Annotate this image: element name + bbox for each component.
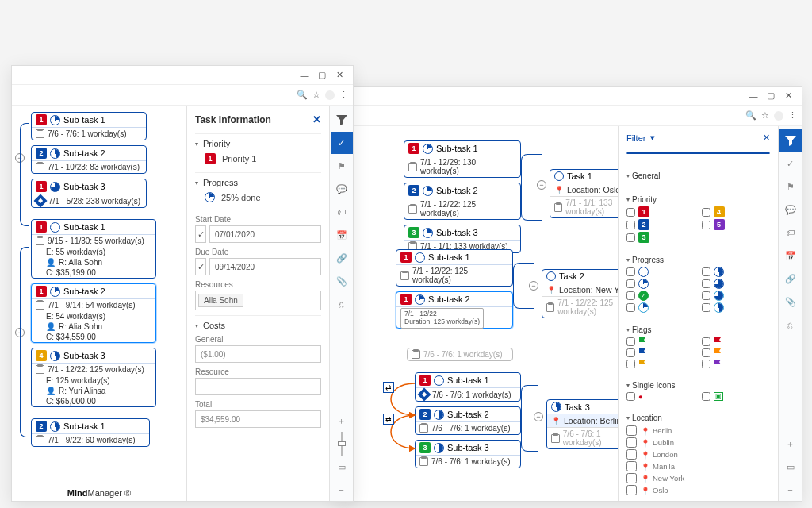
comment-icon[interactable]: 💬 (331, 178, 353, 200)
collapse-toggle[interactable]: − (529, 281, 538, 291)
avatar[interactable] (325, 90, 335, 100)
branch-icon[interactable]: ⎌ (331, 293, 353, 315)
single-icon-filter[interactable]: ▣ (702, 392, 771, 401)
relationship-icon[interactable]: ⇄ (383, 414, 394, 425)
relationship-icon[interactable]: ⇄ (383, 382, 394, 393)
topic-node[interactable]: 3Sub-task 3 7/6 - 7/6: 1 workday(s) (415, 440, 521, 468)
close-button[interactable]: ✕ (779, 89, 797, 103)
close-button[interactable]: ✕ (331, 68, 348, 83)
chevron-down-icon[interactable]: ▾ (650, 133, 655, 143)
topic-node-faded[interactable]: 7/6 - 7/6: 1 workday(s) (407, 348, 513, 361)
collapse-toggle[interactable]: − (534, 412, 543, 421)
flag-filter[interactable] (626, 359, 695, 368)
star-icon[interactable]: ☆ (312, 90, 320, 100)
progress-filter-alt[interactable] (702, 291, 771, 301)
single-icon-filter[interactable]: ● (626, 392, 695, 401)
minimize-button[interactable]: — (296, 68, 313, 83)
topic-node[interactable]: 1Sub-task 1 7/1 - 12/22: 125 workday(s) (396, 249, 513, 287)
maximize-button[interactable]: ▢ (313, 68, 331, 83)
flag-filter[interactable] (702, 337, 771, 346)
star-icon[interactable]: ☆ (761, 110, 769, 121)
filter-icon[interactable] (331, 109, 353, 131)
check-icon[interactable]: ✓ (331, 132, 353, 154)
progress-filter-0[interactable] (626, 267, 695, 277)
flag-icon[interactable]: ⚑ (331, 155, 353, 177)
priority-filter-2[interactable]: 2 (626, 219, 695, 230)
progress-filter-25[interactable] (626, 279, 695, 289)
link-icon[interactable]: 🔗 (331, 247, 353, 269)
progress-filter-50[interactable] (702, 267, 771, 277)
topic-node[interactable]: 2Sub-task 1 7/1 - 9/22: 60 workday(s) (31, 418, 150, 447)
maximize-button[interactable]: ▢ (762, 89, 779, 103)
topic-node[interactable]: 4Sub-task 3 7/1 - 12/22: 125 workday(s) … (31, 348, 156, 407)
flag-icon[interactable]: ⚑ (779, 175, 802, 198)
search-icon[interactable]: 🔍 (745, 110, 756, 121)
close-icon[interactable]: ✕ (312, 114, 321, 125)
calendar-icon[interactable]: 📅 (331, 224, 353, 246)
flag-filter[interactable] (626, 348, 695, 357)
branch-icon[interactable]: ⎌ (779, 314, 802, 336)
fit-button[interactable]: ▭ (331, 456, 353, 478)
location-filter-item[interactable]: 📍New York (626, 472, 770, 484)
comment-icon[interactable]: 💬 (779, 198, 802, 221)
group-general[interactable]: General (626, 171, 770, 180)
topic-node[interactable]: 1Sub-task 1 7/6 - 7/6: 1 workday(s) (31, 112, 147, 140)
section-priority[interactable]: Priority (195, 139, 321, 148)
topic-node[interactable]: 2Sub-task 2 7/1 - 10/23: 83 workday(s) (31, 145, 147, 174)
calendar-icon[interactable]: 📅 (779, 244, 802, 267)
zoom-out-button[interactable]: − (331, 479, 353, 501)
search-icon[interactable]: 🔍 (297, 90, 308, 100)
zoom-in-button[interactable]: ＋ (331, 410, 353, 432)
due-date-input[interactable] (209, 258, 321, 275)
cost-resource-input[interactable] (195, 378, 321, 395)
location-filter-item[interactable]: 📍Oslo (626, 484, 770, 496)
topic-node-selected[interactable]: 1Sub-task 2 7/1 - 9/14: 54 workday(s) E:… (31, 283, 156, 343)
zoom-slider[interactable] (331, 433, 353, 455)
section-costs[interactable]: Costs (195, 321, 321, 330)
minimize-button[interactable]: — (745, 89, 762, 103)
filter-icon[interactable] (779, 129, 802, 152)
progress-filter-75[interactable] (702, 279, 771, 289)
filter-show-button[interactable]: Show (627, 153, 675, 154)
zoom-in-button[interactable]: ＋ (779, 433, 802, 455)
flag-filter[interactable] (702, 348, 771, 357)
start-date-input[interactable] (209, 225, 321, 243)
link-icon[interactable]: 🔗 (779, 267, 802, 290)
location-filter-item[interactable]: 📍Manila (626, 460, 770, 472)
check-icon[interactable]: ✓ (779, 152, 802, 175)
topic-node[interactable]: 1Sub-task 3 ◆7/1 - 5/28: 238 workday(s) (31, 179, 147, 208)
progress-filter-alt2[interactable] (626, 302, 695, 313)
location-filter-item[interactable]: 📍London (626, 448, 770, 460)
location-filter-item[interactable]: 📍Berlin (626, 425, 770, 437)
close-icon[interactable]: ✕ (763, 133, 770, 143)
attach-icon[interactable]: 📎 (779, 291, 802, 313)
flag-filter[interactable] (702, 359, 771, 368)
topic-node[interactable]: 1Sub-task 1 9/15 - 11/30: 55 workday(s) … (31, 219, 156, 279)
more-icon[interactable]: ⋮ (788, 110, 797, 121)
topic-node[interactable]: 1Sub-task 1 7/1 - 12/29: 130 workday(s) (404, 140, 521, 178)
priority-filter-3[interactable]: 3 (626, 232, 695, 243)
map-canvas[interactable]: − 1Sub-task 1 7/6 - 7/6: 1 workday(s) 2S… (12, 106, 186, 501)
flag-filter[interactable] (626, 337, 695, 346)
priority-filter-1[interactable]: 1 (626, 206, 695, 217)
attach-icon[interactable]: 📎 (331, 270, 353, 292)
due-date-checkbox[interactable]: ✓ (195, 258, 206, 275)
section-progress[interactable]: Progress (195, 178, 321, 187)
tag-icon[interactable]: 🏷 (331, 201, 353, 223)
filter-fade-button[interactable]: Fade (675, 153, 722, 154)
resource-chip[interactable]: Alia Sohn (198, 294, 243, 307)
priority-filter-4[interactable]: 4 (702, 206, 771, 217)
task-node[interactable]: Task 2 📍Location: New York 7/1 - 12/22: … (542, 269, 618, 318)
start-date-checkbox[interactable]: ✓ (195, 225, 206, 243)
topic-node[interactable]: 2Sub-task 2 7/6 - 7/6: 1 workday(s) (415, 406, 521, 435)
map-canvas[interactable]: 1Sub-task 1 7/1 - 12/29: 130 workday(s) … (335, 126, 618, 501)
progress-filter-done[interactable] (626, 291, 695, 301)
topic-node[interactable]: 2Sub-task 2 7/1 - 12/22: 125 workday(s) (404, 183, 521, 220)
filter-hide-button[interactable]: Hide (722, 153, 769, 154)
location-filter-item[interactable]: 📍Dublin (626, 437, 770, 448)
zoom-out-button[interactable]: − (779, 479, 802, 501)
task-node[interactable]: Task 3 📍Location: Berlin 7/6 - 7/6: 1 wo… (546, 399, 618, 449)
filter-mode-buttons[interactable]: Show Fade Hide (626, 152, 770, 154)
progress-filter-alt3[interactable] (702, 302, 771, 313)
topic-node[interactable]: 1Sub-task 1 ◆7/6 - 7/6: 1 workday(s) (415, 372, 521, 402)
